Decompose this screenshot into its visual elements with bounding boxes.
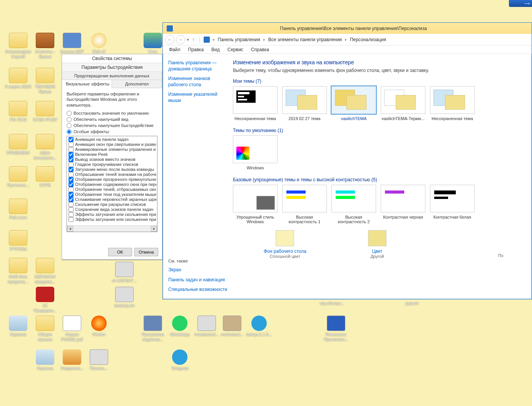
tab-visual-effects[interactable]: Визуальные эффекты (62, 80, 112, 88)
desktop-icon[interactable]: 6 марта 2019 (5, 68, 32, 89)
desktop-icon[interactable]: КУРВ (32, 166, 59, 188)
sidebar-accessibility[interactable]: Специальные возможности (168, 287, 228, 293)
more-link[interactable]: По (498, 230, 504, 259)
tab-dep[interactable]: Предотвращение выполнения данных (62, 72, 162, 80)
effect-checkbox[interactable]: Скольжение при раскрытии списков (68, 202, 156, 207)
theme-item[interactable]: Высокая контрастность 2 (331, 185, 376, 224)
checkbox-input[interactable] (69, 137, 74, 142)
scroll-right-button[interactable]: ▸ (151, 226, 157, 232)
desktop-icon[interactable]: Панель... (85, 349, 112, 371)
desktop-icon[interactable]: дир.txt (398, 301, 425, 306)
theme-item[interactable]: vasilichTEMA-Терми... (381, 86, 425, 121)
desktop-icon[interactable]: УГРОЗЫ (5, 230, 32, 252)
desktop-icon[interactable]: Access.ADP (59, 33, 85, 54)
scroll-left-button[interactable]: ◂ (67, 226, 73, 232)
desktop-icon[interactable]: МЕГАФОН предлож... (32, 258, 59, 284)
checkbox-input[interactable] (69, 152, 74, 157)
effect-checkbox[interactable]: Эффекты затухания или скольжения при обр… (68, 212, 156, 217)
checkbox-input[interactable] (69, 207, 74, 212)
desktop-icon[interactable]: Александров Сергей (5, 33, 32, 59)
effect-checkbox[interactable]: Анимированные элементы управления и элем… (68, 147, 156, 152)
checkbox-input[interactable] (69, 202, 74, 207)
desktop-icon[interactable]: ul-1187647... (111, 262, 138, 283)
nav-dropdown[interactable]: ▾ (187, 37, 189, 42)
desktop-icon[interactable]: Firefox (85, 316, 112, 337)
desktop-icon[interactable]: desktop.ini (111, 287, 138, 308)
menu-view[interactable]: Вид (208, 46, 223, 53)
checkbox-input[interactable] (69, 182, 74, 187)
ok-button[interactable]: OK (108, 248, 132, 256)
effect-checkbox[interactable]: Отображение теней, отбрасываемых окнами (68, 187, 156, 192)
desktop-icon[interactable]: Раб.стол (5, 199, 32, 220)
theme-item[interactable]: Высокая контрастность 1 (282, 185, 327, 224)
effect-checkbox[interactable]: Сохранение вида эскизов панели задач (68, 207, 156, 212)
desktop-icon[interactable]: #Для консульта... (32, 134, 59, 160)
desktop-icon[interactable]: motivatecl... (219, 316, 246, 337)
menu-help[interactable]: Справка (248, 46, 272, 53)
desktop-icon[interactable]: hmedoctorl... (193, 316, 220, 337)
desktop-icon[interactable]: Ренессанс Претензия... (323, 316, 350, 342)
sidebar-taskbar[interactable]: Панель задач и навигация (168, 277, 228, 283)
chevron-right-icon[interactable]: ▸ (213, 37, 215, 42)
color-link[interactable]: Цвет Другой (368, 230, 386, 259)
radio-custom[interactable]: Особые эффекты: (67, 129, 157, 134)
effect-checkbox[interactable]: Вывод эскизов вместо значков (68, 157, 156, 162)
effect-checkbox[interactable]: Отображение прозрачного прямоугольника в… (68, 177, 156, 182)
theme-item-selected[interactable]: vasilichTEMA (331, 86, 376, 121)
theme-item[interactable]: Упрощенный стиль Windows (233, 185, 278, 224)
desktop-icon[interactable]: Общие ярлыки (32, 316, 59, 342)
checkbox-input[interactable] (69, 157, 74, 162)
checkbox-input[interactable] (69, 192, 74, 197)
nav-forward-button[interactable]: → (176, 35, 185, 44)
desktop-icon[interactable]: Disk-O (85, 33, 112, 54)
desktop-background-label[interactable]: Фон рабочего стола (264, 249, 306, 254)
effect-checkbox[interactable]: Сглаживание неровностей экранных шрифтов (68, 197, 156, 202)
theme-item[interactable]: Контрастная черная (381, 185, 425, 224)
chevron-right-icon[interactable]: ▸ (345, 37, 347, 42)
sidebar-screen[interactable]: Экран (168, 267, 228, 273)
breadcrumb-all-items[interactable]: Все элементы панели управления (268, 37, 342, 42)
theme-item[interactable]: Windows (233, 135, 278, 170)
effect-checkbox[interactable]: Гладкое прокручивание списков (68, 162, 156, 167)
menu-edit[interactable]: Правка (185, 46, 207, 53)
checkbox-input[interactable] (69, 212, 74, 217)
sidebar-change-pointers[interactable]: Изменение указателей мыши (168, 92, 228, 104)
desktop-icon[interactable]: ПРИВИВКИ (5, 134, 32, 155)
nav-up-button[interactable]: ↑ (191, 37, 196, 42)
tab-advanced[interactable]: Дополнител (112, 80, 162, 88)
checkbox-input[interactable] (69, 187, 74, 192)
effect-checkbox[interactable]: Анимация окон при свертывании и разверты… (68, 142, 156, 147)
desktop-background-link[interactable]: Фон рабочего стола Сплошной цвет (264, 230, 306, 259)
radio-best-appearance[interactable]: Обеспечить наилучший вид (67, 117, 157, 122)
effect-checkbox[interactable]: Затухание меню после вызова команды (68, 167, 156, 172)
desktop-icon[interactable]: ТЕКУЩИЕ Ярлык (32, 68, 59, 94)
effect-checkbox[interactable]: Отображение тени под указателем мыши (68, 192, 156, 197)
theme-item[interactable]: Несохраненная тема (430, 86, 475, 121)
sidebar-home[interactable]: Панель управления — домашняя страница (168, 60, 228, 72)
desktop-icon[interactable]: ННЛ-Инж предлож... (5, 258, 32, 284)
desktop-icon[interactable]: ПО ЛСМ (5, 101, 32, 122)
effect-checkbox[interactable]: Включение Peek (68, 152, 156, 157)
effect-checkbox[interactable]: Отбрасывание теней значками на рабочем с… (68, 172, 156, 177)
desktop-icon[interactable]: Telegram (166, 349, 193, 371)
desktop-icon[interactable]: Форма Р34001.pdf (59, 316, 85, 342)
desktop-icon[interactable]: WhatsApp (166, 316, 193, 337)
theme-item[interactable]: Контрастная белая (430, 185, 475, 224)
effects-listbox[interactable]: Анимация на панели задачАнимация окон пр… (67, 136, 157, 232)
breadcrumb-personalization[interactable]: Персонализация (350, 37, 386, 42)
desktop-icon[interactable]: Протокол... (5, 166, 32, 188)
desktop-icon[interactable]: 1С Предприя... (32, 287, 59, 313)
checkbox-input[interactable] (69, 162, 74, 167)
checkbox-input[interactable] (69, 177, 74, 182)
color-link-label[interactable]: Цвет (368, 249, 386, 254)
checkbox-input[interactable] (69, 172, 74, 177)
checkbox-input[interactable] (69, 217, 74, 222)
desktop-icon[interactable]: Уведомле... (59, 349, 85, 371)
checkbox-input[interactable] (69, 197, 74, 202)
effect-checkbox[interactable]: Анимация на панели задач (68, 137, 156, 142)
radio-restore-defaults[interactable]: Восстановить значения по умолчанию (67, 111, 157, 116)
breadcrumb-control-panel[interactable]: Панель управления (218, 37, 260, 42)
sidebar-change-icons[interactable]: Изменение значков рабочего стола (168, 76, 228, 88)
effect-checkbox[interactable]: Отображение содержимого окна при перетас… (68, 182, 156, 187)
window-titlebar[interactable]: Панель управления\Все элементы панели уп… (163, 23, 532, 34)
